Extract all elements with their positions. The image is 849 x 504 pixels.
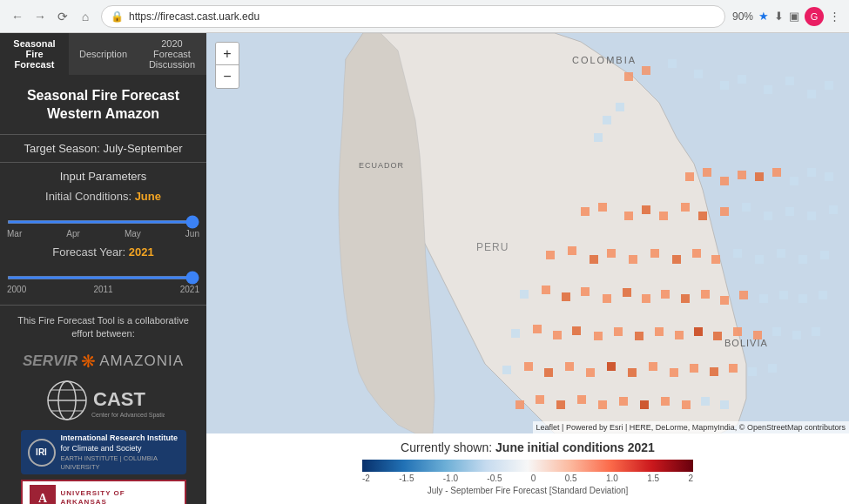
svg-rect-107 xyxy=(748,367,757,376)
svg-rect-114 xyxy=(619,397,628,406)
svg-rect-40 xyxy=(659,212,668,220)
tab-switch-icon[interactable]: ▣ xyxy=(789,10,799,23)
svg-rect-51 xyxy=(590,255,598,264)
svg-rect-48 xyxy=(829,205,838,214)
iri-text: International Research Institute for Cli… xyxy=(61,433,179,471)
legend-tick-labels: -2 -1.5 -1.0 -0.5 0 0.5 1.0 1.5 2 xyxy=(362,474,693,483)
svg-rect-90 xyxy=(733,327,742,336)
svg-rect-68 xyxy=(623,288,631,297)
url-text: https://firecast.cast.uark.edu xyxy=(129,10,716,23)
svg-rect-47 xyxy=(807,212,816,220)
uark-logo: A UNIVERSITY OFARKANSAS xyxy=(21,480,186,504)
svg-text:PERU: PERU xyxy=(476,241,509,253)
svg-rect-104 xyxy=(690,364,698,373)
svg-rect-50 xyxy=(568,246,576,255)
svg-rect-26 xyxy=(594,133,603,142)
forward-button[interactable]: → xyxy=(31,8,49,25)
svg-rect-80 xyxy=(533,325,542,333)
svg-rect-24 xyxy=(603,116,611,124)
svg-rect-37 xyxy=(598,203,607,212)
svg-rect-70 xyxy=(661,290,670,299)
iri-badge: IRI xyxy=(28,439,56,467)
svg-rect-105 xyxy=(710,367,718,376)
svg-rect-39 xyxy=(642,205,650,214)
svg-rect-92 xyxy=(772,327,781,336)
svg-rect-30 xyxy=(738,171,746,179)
svg-rect-60 xyxy=(777,249,785,258)
svg-rect-71 xyxy=(681,294,690,303)
svg-rect-43 xyxy=(720,207,729,216)
svg-rect-41 xyxy=(681,203,690,212)
address-bar[interactable]: 🔒 https://firecast.cast.uark.edu xyxy=(101,5,725,28)
svg-rect-89 xyxy=(713,332,722,340)
collab-text: This Fire Forecast Tool is a collaborati… xyxy=(0,305,206,346)
svg-rect-69 xyxy=(642,294,650,303)
svg-text:ECUADOR: ECUADOR xyxy=(359,161,404,170)
zoom-out-button[interactable]: − xyxy=(216,65,239,88)
forecast-year-slider-container: 2000 2011 2021 xyxy=(0,262,206,298)
forecast-year-slider[interactable] xyxy=(7,276,199,279)
svg-rect-72 xyxy=(701,290,710,299)
servir-logo: SERVIR ❋ AMAZONIA xyxy=(23,351,184,372)
svg-rect-95 xyxy=(502,366,511,374)
browser-actions: 90% ★ ⬇ ▣ G ⋮ xyxy=(732,7,840,26)
svg-rect-119 xyxy=(720,400,729,409)
svg-rect-86 xyxy=(655,327,664,336)
initial-conditions-slider[interactable] xyxy=(7,220,199,224)
slider2-labels: 2000 2011 2021 xyxy=(7,283,199,296)
svg-rect-96 xyxy=(524,362,533,371)
home-button[interactable]: ⌂ xyxy=(77,8,94,25)
svg-rect-77 xyxy=(798,294,807,303)
tab-forecast-discussion[interactable]: 2020ForecastDiscussion xyxy=(138,33,206,75)
svg-rect-113 xyxy=(598,400,607,409)
back-button[interactable]: ← xyxy=(9,8,26,25)
svg-rect-78 xyxy=(819,291,827,299)
legend-bar-container: -2 -1.5 -1.0 -0.5 0 0.5 1.0 1.5 2 July -… xyxy=(224,460,832,495)
svg-rect-29 xyxy=(720,177,729,185)
svg-rect-115 xyxy=(640,400,649,409)
sidebar-title: Seasonal Fire ForecastWestern Amazon xyxy=(0,75,206,131)
initial-conditions-slider-container: Mar Apr May Jun xyxy=(0,206,206,242)
download-icon[interactable]: ⬇ xyxy=(774,10,784,23)
tab-description[interactable]: Description xyxy=(69,33,138,75)
svg-rect-28 xyxy=(703,168,711,177)
svg-rect-82 xyxy=(572,326,581,335)
bookmark-icon[interactable]: ★ xyxy=(758,10,769,23)
svg-rect-116 xyxy=(661,397,670,406)
svg-rect-66 xyxy=(581,287,590,296)
map-container[interactable]: + − COLOMBIA ECUADOR PERU BOLIVIA xyxy=(206,33,849,433)
iri-logo: IRI International Research Institute for… xyxy=(21,430,186,474)
svg-rect-65 xyxy=(562,292,570,301)
svg-text:COLOMBIA: COLOMBIA xyxy=(572,55,637,65)
map-area: + − COLOMBIA ECUADOR PERU BOLIVIA xyxy=(206,33,849,504)
svg-rect-25 xyxy=(616,103,624,111)
forecast-year-value: 2021 xyxy=(129,245,154,259)
target-season-label: Target Season: July-September xyxy=(0,134,206,158)
svg-rect-118 xyxy=(701,397,710,406)
zoom-in-button[interactable]: + xyxy=(216,43,239,65)
logo-area: SERVIR ❋ AMAZONIA CAST Center for Advanc… xyxy=(0,346,206,504)
svg-rect-73 xyxy=(720,296,729,305)
svg-rect-23 xyxy=(825,81,833,90)
svg-rect-93 xyxy=(792,331,801,339)
refresh-button[interactable]: ⟳ xyxy=(54,8,71,25)
svg-rect-22 xyxy=(807,90,816,98)
svg-rect-18 xyxy=(720,81,729,90)
svg-rect-81 xyxy=(553,331,562,339)
svg-rect-102 xyxy=(649,362,657,371)
menu-icon[interactable]: ⋮ xyxy=(829,10,840,23)
svg-rect-46 xyxy=(785,207,794,216)
svg-rect-67 xyxy=(603,294,611,303)
zoom-controls: + − xyxy=(215,42,239,89)
svg-rect-52 xyxy=(607,249,616,258)
svg-text:A: A xyxy=(37,492,47,504)
svg-rect-109 xyxy=(515,400,524,409)
svg-rect-34 xyxy=(807,168,816,177)
map-svg: COLOMBIA ECUADOR PERU BOLIVIA xyxy=(206,33,849,433)
initial-conditions-value: June xyxy=(135,190,161,203)
svg-rect-32 xyxy=(772,168,781,177)
svg-rect-61 xyxy=(798,255,807,264)
tab-seasonal-fire-forecast[interactable]: SeasonalFireForecast xyxy=(0,33,69,75)
profile-avatar[interactable]: G xyxy=(805,7,824,26)
svg-rect-79 xyxy=(511,329,520,338)
